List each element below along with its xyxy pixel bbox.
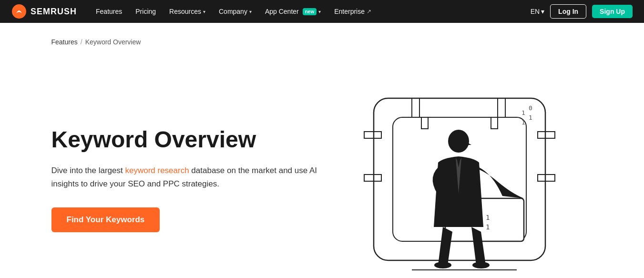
svg-rect-3 <box>498 98 505 117</box>
logo[interactable]: SEMRUSH <box>11 4 77 19</box>
breadcrumb-separator: / <box>81 38 82 46</box>
nav-item-company[interactable]: Company ▾ <box>213 5 257 18</box>
svg-rect-4 <box>364 132 374 138</box>
hero-illustration: 0 1 1 1 0 1 1 <box>345 79 574 278</box>
svg-point-24 <box>434 262 451 268</box>
nav-right: EN ▾ Log In Sign Up <box>531 4 633 19</box>
svg-rect-5 <box>374 132 381 138</box>
external-link-icon: ↗ <box>367 8 371 15</box>
svg-rect-6 <box>364 175 374 181</box>
nav-item-enterprise[interactable]: Enterprise ↗ <box>328 5 377 18</box>
chevron-down-icon: ▾ <box>203 9 205 14</box>
navbar: SEMRUSH Features Pricing Resources ▾ Com… <box>0 0 644 23</box>
nav-item-features[interactable]: Features <box>90 5 128 18</box>
svg-rect-7 <box>374 175 381 181</box>
hero-section: Keyword Overview Dive into the largest k… <box>51 65 593 278</box>
chevron-down-icon: ▾ <box>249 9 252 14</box>
hero-left: Keyword Overview Dive into the largest k… <box>51 126 318 232</box>
hero-description: Dive into the largest keyword research d… <box>51 164 318 190</box>
svg-text:1: 1 <box>529 114 532 121</box>
svg-rect-2 <box>412 98 419 117</box>
svg-point-25 <box>472 262 490 268</box>
svg-rect-9 <box>538 132 545 138</box>
svg-rect-14 <box>491 117 498 129</box>
hero-title: Keyword Overview <box>51 126 318 153</box>
nav-item-app-center[interactable]: App Center new ▾ <box>259 5 327 18</box>
new-badge: new <box>303 8 317 15</box>
find-keywords-button[interactable]: Find Your Keywords <box>51 207 160 232</box>
chevron-down-icon: ▾ <box>541 8 544 15</box>
breadcrumb-current: Keyword Overview <box>85 38 141 46</box>
svg-text:1: 1 <box>486 223 490 231</box>
svg-text:1: 1 <box>486 214 490 221</box>
svg-text:1: 1 <box>521 109 525 116</box>
svg-text:0: 0 <box>529 104 532 112</box>
login-button[interactable]: Log In <box>550 4 586 19</box>
nav-item-pricing[interactable]: Pricing <box>130 5 162 18</box>
svg-point-23 <box>448 130 469 153</box>
svg-rect-11 <box>538 175 545 181</box>
main-content: Features / Keyword Overview Keyword Over… <box>36 23 608 278</box>
svg-rect-10 <box>545 175 555 181</box>
hero-right: 0 1 1 1 0 1 1 <box>326 79 593 278</box>
language-selector[interactable]: EN ▾ <box>531 8 544 15</box>
svg-rect-8 <box>545 132 555 138</box>
hero-desc-highlight: keyword research <box>125 166 189 175</box>
breadcrumb-features-link[interactable]: Features <box>51 38 78 46</box>
breadcrumb: Features / Keyword Overview <box>51 38 593 46</box>
svg-rect-13 <box>421 117 428 129</box>
nav-links: Features Pricing Resources ▾ Company ▾ A… <box>90 5 531 18</box>
signup-button[interactable]: Sign Up <box>592 5 633 18</box>
nav-item-resources[interactable]: Resources ▾ <box>164 5 211 18</box>
logo-text: SEMRUSH <box>31 7 77 17</box>
svg-text:1: 1 <box>521 119 525 126</box>
hero-desc-before: Dive into the largest <box>51 166 125 175</box>
chevron-down-icon: ▾ <box>318 9 321 14</box>
